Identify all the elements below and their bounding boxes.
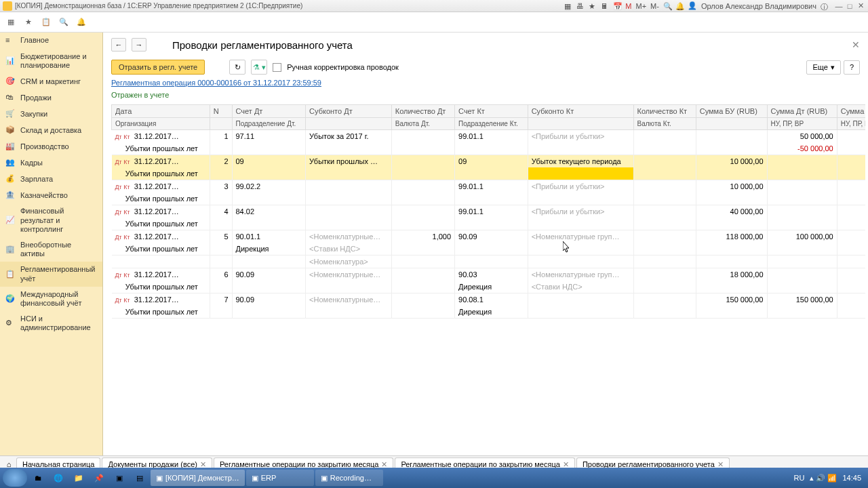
folder-icon[interactable]: 📁 xyxy=(69,470,88,486)
table-row[interactable]: Дт Кт 31.12.2017…209Убытки прошлых …09Уб… xyxy=(112,155,866,168)
m-icon[interactable]: M xyxy=(625,2,631,10)
sidebar-item-7[interactable]: 👥Кадры xyxy=(0,155,102,171)
clock[interactable]: 14:45 xyxy=(842,474,861,482)
table-row[interactable]: Дт Кт 31.12.2017…790.09<Номенклатурные…9… xyxy=(112,293,866,306)
app1-icon[interactable]: ▣ xyxy=(110,470,129,486)
grid-subheader[interactable] xyxy=(528,118,633,130)
table-row[interactable]: Дт Кт 31.12.2017…197.11Убыток за 2017 г.… xyxy=(112,130,866,143)
sidebar-item-13[interactable]: 🌍Международныйфинансовый учёт xyxy=(0,287,102,311)
grid-header[interactable]: Субконто Кт xyxy=(528,105,633,118)
sidebar-item-14[interactable]: ⚙НСИ иадминистрирование xyxy=(0,311,102,336)
grid-header[interactable]: Количество Дт xyxy=(391,105,454,118)
grid-subheader[interactable]: НУ, ПР, ВР xyxy=(837,118,865,130)
table-subrow[interactable]: Убытки прошлых летДирекция xyxy=(112,306,866,319)
sidebar-item-0[interactable]: ≡Главное xyxy=(0,33,102,49)
search-icon[interactable]: 🔍 xyxy=(663,2,671,10)
minimize-button[interactable]: — xyxy=(834,1,844,11)
favorite-icon[interactable]: ★ xyxy=(23,17,34,28)
print-icon[interactable]: 🖶 xyxy=(576,2,585,10)
grid-subheader[interactable] xyxy=(306,118,392,130)
grid-subheader[interactable] xyxy=(696,118,767,130)
close-button[interactable]: ✕ xyxy=(856,1,865,11)
sidebar-item-2[interactable]: 🎯CRM и маркетинг xyxy=(0,73,102,89)
more-button[interactable]: Еще ▾ xyxy=(806,60,840,75)
grid-header[interactable]: Субконто Дт xyxy=(306,105,392,118)
grid-header[interactable]: N xyxy=(210,105,232,118)
refresh-button[interactable]: ↻ xyxy=(229,60,245,75)
m-plus-icon[interactable]: M+ xyxy=(636,2,647,10)
sidebar-item-6[interactable]: 🏭Производство xyxy=(0,138,102,155)
table-row[interactable]: Дт Кт 31.12.2017…690.09<Номенклатурные…9… xyxy=(112,268,866,281)
forward-button[interactable]: → xyxy=(132,38,146,52)
sidebar-item-12[interactable]: 📋Регламентированный учёт xyxy=(0,262,102,286)
taskbar-item[interactable]: ▣[КОПИЯ] Демонстр… xyxy=(151,470,245,486)
page-close-icon[interactable]: ✕ xyxy=(852,39,860,50)
user-name[interactable]: Орлов Александр Владимирович xyxy=(701,2,816,10)
star-icon[interactable]: ★ xyxy=(589,2,597,10)
bell-icon[interactable]: 🔔 xyxy=(675,2,684,10)
grid-header[interactable]: Сумма БУ (RUB) xyxy=(696,105,767,118)
grid-header[interactable]: Счет Дт xyxy=(232,105,306,118)
grid-subheader[interactable]: Валюта Дт. xyxy=(391,118,454,130)
grid-subheader[interactable]: Подразделение Кт. xyxy=(455,118,528,130)
sidebar-item-1[interactable]: 📊Бюджетирование ипланирование xyxy=(0,49,102,73)
entries-grid[interactable]: ДатаNСчет ДтСубконто ДтКоличество ДтСчет… xyxy=(111,104,865,319)
help-button[interactable]: ? xyxy=(844,60,860,75)
sidebar-icon: 🎯 xyxy=(5,77,15,86)
table-subrow[interactable]: Убытки прошлых летДирекция<Ставки НДС> xyxy=(112,281,866,293)
grid-subheader[interactable]: Подразделение Дт. xyxy=(232,118,306,130)
taskbar-item[interactable]: ▣Recording… xyxy=(315,470,383,486)
grid-header[interactable]: Количество Кт xyxy=(633,105,696,118)
chrome-icon[interactable]: 🌐 xyxy=(49,470,68,486)
grid-subheader[interactable] xyxy=(210,118,232,130)
reflect-button[interactable]: Отразить в регл. учете xyxy=(111,60,205,75)
grid-header[interactable]: Сумма Дт (RUB) xyxy=(767,105,837,118)
lang-indicator[interactable]: RU xyxy=(793,474,804,482)
grid-area[interactable]: ДатаNСчет ДтСубконто ДтКоличество ДтСчет… xyxy=(111,104,865,455)
search-toolbar-icon[interactable]: 🔍 xyxy=(58,17,69,28)
maximize-button[interactable]: □ xyxy=(845,1,854,11)
sidebar-item-9[interactable]: 🏦Казначейство xyxy=(0,187,102,203)
table-subrow[interactable]: Убытки прошлых лет xyxy=(112,192,866,205)
calc-icon[interactable]: 🖩 xyxy=(601,2,609,10)
notifications-icon[interactable]: 🔔 xyxy=(76,17,87,28)
grid-header[interactable]: Дата xyxy=(112,105,210,118)
info-icon[interactable]: ⓘ xyxy=(821,2,829,10)
sidebar-item-4[interactable]: 🛒Закупки xyxy=(0,106,102,122)
manual-correction-checkbox[interactable] xyxy=(273,63,281,72)
app2-icon[interactable]: ▤ xyxy=(130,470,149,486)
grid-header[interactable]: Сумма Кт (RUB) xyxy=(837,105,865,118)
explorer-icon[interactable]: 🖿 xyxy=(28,470,47,486)
sidebar-item-8[interactable]: 💰Зарплата xyxy=(0,171,102,187)
grid-subheader[interactable]: НУ, ПР, ВР xyxy=(767,118,837,130)
sidebar-item-11[interactable]: 🏢Внеоборотные активы xyxy=(0,237,102,262)
filter-button[interactable]: ⚗ ▾ xyxy=(251,60,267,75)
table-row[interactable]: Дт Кт 31.12.2017…590.01.1<Номенклатурные… xyxy=(112,230,866,243)
table-subrow[interactable]: Убытки прошлых летДирекция<Ставки НДС> xyxy=(112,243,866,256)
table-row[interactable]: Дт Кт 31.12.2017…399.02.299.01.1<Прибыли… xyxy=(112,180,866,193)
operation-link[interactable]: Регламентная операция 0000-000166 от 31.… xyxy=(111,79,321,87)
tray-icons[interactable]: ▴ 🔊 📶 xyxy=(810,474,837,483)
grid-icon[interactable]: ▦ xyxy=(564,2,572,10)
clipboard-icon[interactable]: 📋 xyxy=(41,17,52,28)
sidebar-item-3[interactable]: 🛍Продажи xyxy=(0,89,102,106)
back-button[interactable]: ← xyxy=(111,38,126,52)
home-tab-icon[interactable]: ⌂ xyxy=(3,460,15,468)
table-subrow[interactable]: Убытки прошлых лет xyxy=(112,167,866,180)
grid-subheader[interactable]: Валюта Кт. xyxy=(633,118,696,130)
table-subrow[interactable]: <Номенклатура> xyxy=(112,256,866,268)
grid-subheader[interactable]: Организация xyxy=(112,118,210,130)
table-subrow[interactable]: Убытки прошлых лет-50 000,00-50 000,00 xyxy=(112,142,866,155)
sidebar-item-10[interactable]: 📈Финансовый результат иконтроллинг xyxy=(0,203,102,237)
taskbar-item[interactable]: ▣ERP xyxy=(246,470,314,486)
table-subrow[interactable]: Убытки прошлых лет xyxy=(112,218,866,230)
sidebar-icon: 🏦 xyxy=(5,190,15,200)
grid-header[interactable]: Счет Кт xyxy=(455,105,528,118)
table-row[interactable]: Дт Кт 31.12.2017…484.0299.01.1<Прибыли и… xyxy=(112,205,866,218)
calendar-icon[interactable]: 📅 xyxy=(613,2,621,10)
sidebar-item-5[interactable]: 📦Склад и доставка xyxy=(0,122,102,138)
m-minus-icon[interactable]: M- xyxy=(650,2,659,10)
start-button[interactable] xyxy=(3,469,27,487)
apps-icon[interactable]: ▦ xyxy=(5,17,16,28)
pin-icon[interactable]: 📌 xyxy=(90,470,108,486)
